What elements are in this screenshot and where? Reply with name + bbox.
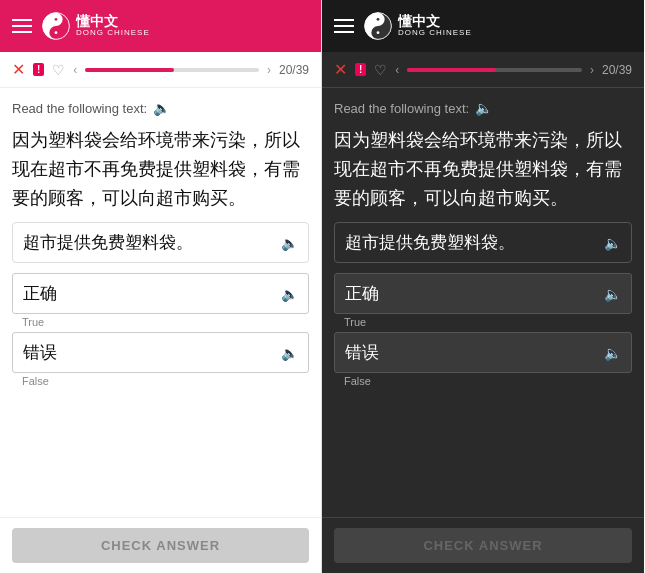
option-item-true-dark: 正确 🔈 True bbox=[334, 273, 632, 332]
progress-bar-light bbox=[85, 68, 174, 72]
read-label-dark: Read the following text: 🔈 bbox=[334, 100, 632, 116]
panel-dark: 懂中文 DONG CHINESE ✕ ! ♡ ‹ › 20/39 Read th… bbox=[322, 0, 644, 573]
svg-point-4 bbox=[55, 31, 58, 34]
option-chinese-true-light: 正确 bbox=[23, 282, 57, 305]
next-button-light[interactable]: › bbox=[267, 63, 271, 77]
prev-button-light[interactable]: ‹ bbox=[73, 63, 77, 77]
yin-yang-icon-dark bbox=[364, 12, 392, 40]
header-dark: 懂中文 DONG CHINESE bbox=[322, 0, 644, 52]
toolbar-dark: ✕ ! ♡ ‹ › 20/39 bbox=[322, 52, 644, 88]
passage-text-dark: 因为塑料袋会给环境带来污染，所以现在超市不再免费提供塑料袋，有需要的顾客，可以向… bbox=[334, 126, 632, 212]
progress-bar-container-light bbox=[85, 68, 259, 72]
speaker-question-dark[interactable]: 🔈 bbox=[604, 235, 621, 251]
progress-count-dark: 20/39 bbox=[602, 63, 632, 77]
heart-icon-light[interactable]: ♡ bbox=[52, 62, 65, 78]
close-icon-dark[interactable]: ✕ bbox=[334, 60, 347, 79]
progress-bar-dark bbox=[407, 68, 496, 72]
svg-point-3 bbox=[55, 18, 58, 21]
flag-icon-light[interactable]: ! bbox=[33, 63, 44, 76]
option-label-true-light: True bbox=[12, 314, 309, 332]
footer-dark: CHECK ANSWER bbox=[322, 517, 644, 573]
option-item-false-light: 错误 🔈 False bbox=[12, 332, 309, 391]
svg-point-10 bbox=[377, 31, 380, 34]
hamburger-menu-dark[interactable] bbox=[334, 19, 354, 33]
options-list-light: 正确 🔈 True 错误 🔈 False bbox=[12, 273, 309, 391]
flag-icon-dark[interactable]: ! bbox=[355, 63, 366, 76]
option-label-false-dark: False bbox=[334, 373, 632, 391]
option-label-true-dark: True bbox=[334, 314, 632, 332]
logo-dark: 懂中文 DONG CHINESE bbox=[364, 12, 472, 40]
speaker-passage-dark[interactable]: 🔈 bbox=[475, 100, 492, 116]
option-chinese-false-dark: 错误 bbox=[345, 341, 379, 364]
option-btn-false-dark[interactable]: 错误 🔈 bbox=[334, 332, 632, 373]
yin-yang-icon-light bbox=[42, 12, 70, 40]
prev-button-dark[interactable]: ‹ bbox=[395, 63, 399, 77]
question-box-light: 超市提供免费塑料袋。 🔈 bbox=[12, 222, 309, 263]
passage-text-light: 因为塑料袋会给环境带来污染，所以现在超市不再免费提供塑料袋，有需要的顾客，可以向… bbox=[12, 126, 309, 212]
question-box-dark: 超市提供免费塑料袋。 🔈 bbox=[334, 222, 632, 263]
options-list-dark: 正确 🔈 True 错误 🔈 False bbox=[334, 273, 632, 391]
logo-english-dark: DONG CHINESE bbox=[398, 29, 472, 38]
speaker-true-light[interactable]: 🔈 bbox=[281, 286, 298, 302]
question-text-light: 超市提供免费塑料袋。 bbox=[23, 231, 193, 254]
check-answer-button-light[interactable]: CHECK ANSWER bbox=[12, 528, 309, 563]
check-answer-button-dark[interactable]: CHECK ANSWER bbox=[334, 528, 632, 563]
svg-point-9 bbox=[377, 18, 380, 21]
logo-english-light: DONG CHINESE bbox=[76, 29, 150, 38]
read-label-light: Read the following text: 🔈 bbox=[12, 100, 309, 116]
logo-light: 懂中文 DONG CHINESE bbox=[42, 12, 150, 40]
logo-text-dark: 懂中文 DONG CHINESE bbox=[398, 14, 472, 38]
option-chinese-false-light: 错误 bbox=[23, 341, 57, 364]
content-light: Read the following text: 🔈 因为塑料袋会给环境带来污染… bbox=[0, 88, 321, 517]
option-btn-false-light[interactable]: 错误 🔈 bbox=[12, 332, 309, 373]
speaker-true-dark[interactable]: 🔈 bbox=[604, 286, 621, 302]
speaker-question-light[interactable]: 🔈 bbox=[281, 235, 298, 251]
speaker-passage-light[interactable]: 🔈 bbox=[153, 100, 170, 116]
option-btn-true-light[interactable]: 正确 🔈 bbox=[12, 273, 309, 314]
panel-light: 懂中文 DONG CHINESE ✕ ! ♡ ‹ › 20/39 Read th… bbox=[0, 0, 322, 573]
hamburger-menu-light[interactable] bbox=[12, 19, 32, 33]
speaker-false-light[interactable]: 🔈 bbox=[281, 345, 298, 361]
progress-count-light: 20/39 bbox=[279, 63, 309, 77]
close-icon-light[interactable]: ✕ bbox=[12, 60, 25, 79]
logo-chinese-dark: 懂中文 bbox=[398, 14, 472, 29]
option-item-false-dark: 错误 🔈 False bbox=[334, 332, 632, 391]
option-label-false-light: False bbox=[12, 373, 309, 391]
logo-text-light: 懂中文 DONG CHINESE bbox=[76, 14, 150, 38]
content-dark: Read the following text: 🔈 因为塑料袋会给环境带来污染… bbox=[322, 88, 644, 517]
header-light: 懂中文 DONG CHINESE bbox=[0, 0, 321, 52]
speaker-false-dark[interactable]: 🔈 bbox=[604, 345, 621, 361]
option-item-true-light: 正确 🔈 True bbox=[12, 273, 309, 332]
heart-icon-dark[interactable]: ♡ bbox=[374, 62, 387, 78]
option-chinese-true-dark: 正确 bbox=[345, 282, 379, 305]
progress-bar-container-dark bbox=[407, 68, 582, 72]
question-text-dark: 超市提供免费塑料袋。 bbox=[345, 231, 515, 254]
footer-light: CHECK ANSWER bbox=[0, 517, 321, 573]
next-button-dark[interactable]: › bbox=[590, 63, 594, 77]
logo-chinese-light: 懂中文 bbox=[76, 14, 150, 29]
toolbar-light: ✕ ! ♡ ‹ › 20/39 bbox=[0, 52, 321, 88]
option-btn-true-dark[interactable]: 正确 🔈 bbox=[334, 273, 632, 314]
